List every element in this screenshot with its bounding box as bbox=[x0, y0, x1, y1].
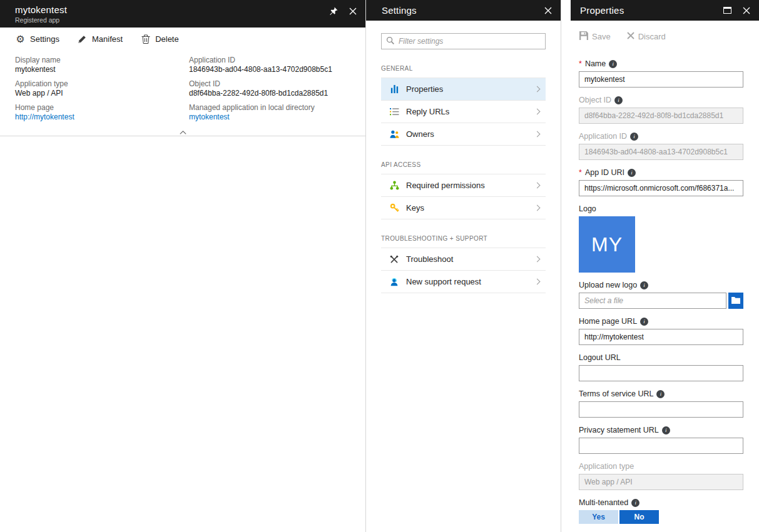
info-icon: i bbox=[631, 499, 639, 507]
app-id-uri-field-label: * App ID URI i bbox=[579, 168, 743, 178]
application-id-input bbox=[579, 144, 743, 160]
chevron-right-icon bbox=[534, 109, 541, 115]
settings-item-label: New support request bbox=[406, 277, 481, 286]
browse-file-button[interactable] bbox=[728, 293, 743, 309]
home-page-url-field-label: Home page URL i bbox=[579, 317, 743, 326]
app-logo: MY bbox=[579, 216, 635, 273]
app-blade-titles: mytokentest Registered app bbox=[15, 4, 67, 24]
save-icon bbox=[579, 31, 588, 42]
required-asterisk: * bbox=[579, 168, 582, 178]
application-id-field: Application ID i bbox=[579, 132, 743, 160]
privacy-statement-url-label-text: Privacy statement URL bbox=[579, 426, 659, 435]
settings-blade-title: Settings bbox=[382, 5, 417, 16]
upload-logo-input[interactable] bbox=[579, 293, 726, 309]
info-icon: i bbox=[609, 60, 617, 68]
settings-item-owners[interactable]: Owners bbox=[381, 123, 546, 146]
tools-icon bbox=[389, 254, 400, 264]
pin-icon[interactable] bbox=[329, 6, 339, 16]
logo-field: Logo MY bbox=[579, 204, 743, 273]
close-icon[interactable] bbox=[543, 6, 553, 16]
maximize-icon[interactable] bbox=[722, 6, 732, 16]
home-page-url-input[interactable] bbox=[579, 329, 743, 345]
privacy-statement-url-field-label: Privacy statement URL i bbox=[579, 426, 743, 435]
upload-logo-label-text: Upload new logo bbox=[579, 281, 637, 290]
gear-glyph: ⚙ bbox=[16, 34, 24, 44]
home-page-link[interactable]: http://mytokentest bbox=[15, 113, 189, 122]
managed-application-field: Managed application in local directory m… bbox=[189, 103, 350, 122]
application-id-value: 1846943b-ad04-4808-aa13-4702d908b5c1 bbox=[189, 65, 350, 74]
filter-settings-input[interactable] bbox=[399, 37, 541, 46]
settings-item-label: Reply URLs bbox=[406, 107, 449, 116]
pencil-icon bbox=[77, 34, 88, 44]
settings-header-actions bbox=[543, 6, 553, 16]
app-id-uri-input[interactable] bbox=[579, 180, 743, 196]
search-icon bbox=[386, 36, 394, 47]
close-icon[interactable] bbox=[348, 6, 358, 16]
display-name-field: Display name mytokentest bbox=[15, 56, 189, 74]
info-icon: i bbox=[640, 318, 648, 326]
info-icon: i bbox=[614, 96, 623, 104]
managed-application-link[interactable]: mytokentest bbox=[189, 113, 350, 122]
discard-button[interactable]: Discard bbox=[627, 32, 666, 41]
essentials-right-column: Application ID 1846943b-ad04-4808-aa13-4… bbox=[189, 56, 350, 127]
discard-button-label: Discard bbox=[638, 32, 666, 41]
object-id-value: d8f64bba-2282-492d-80f8-bd1cda2885d1 bbox=[189, 89, 350, 98]
application-type-label-text: Application type bbox=[579, 462, 634, 471]
app-id-uri-field: * App ID URI i bbox=[579, 168, 743, 196]
key-icon bbox=[389, 203, 400, 213]
settings-item-reply-urls[interactable]: Reply URLs bbox=[381, 101, 546, 123]
application-type-field-props: Application type bbox=[579, 462, 743, 490]
azure-portal-canvas: mytokentest Registered app ⚙ Settings bbox=[0, 0, 759, 532]
logout-url-label-text: Logout URL bbox=[579, 353, 621, 363]
save-button[interactable]: Save bbox=[579, 31, 611, 42]
logout-url-input[interactable] bbox=[579, 365, 743, 381]
essentials-collapse[interactable] bbox=[0, 127, 365, 136]
settings-item-new-support-request[interactable]: New support request bbox=[381, 271, 546, 293]
application-id-field-label: Application ID i bbox=[579, 132, 743, 141]
settings-button[interactable]: ⚙ Settings bbox=[15, 34, 59, 44]
application-type-value: Web app / API bbox=[15, 89, 189, 98]
multi-tenanted-no-button[interactable]: No bbox=[619, 510, 659, 524]
settings-item-troubleshoot[interactable]: Troubleshoot bbox=[381, 248, 546, 271]
chevron-right-icon bbox=[534, 183, 541, 189]
object-id-field-label: Object ID i bbox=[579, 96, 743, 105]
logout-url-field: Logout URL bbox=[579, 353, 743, 381]
home-page-field: Home page http://mytokentest bbox=[15, 103, 189, 122]
blade-gap bbox=[561, 0, 571, 532]
privacy-statement-url-input[interactable] bbox=[579, 438, 743, 454]
app-id-uri-label-text: App ID URI bbox=[585, 168, 624, 178]
properties-blade: Properties Save Discar bbox=[571, 0, 759, 532]
privacy-statement-url-field: Privacy statement URL i bbox=[579, 426, 743, 454]
delete-button[interactable]: Delete bbox=[140, 34, 179, 44]
properties-command-bar: Save Discard bbox=[579, 26, 759, 47]
upload-logo-row bbox=[579, 293, 743, 309]
terms-of-service-url-input[interactable] bbox=[579, 401, 743, 418]
close-icon[interactable] bbox=[741, 6, 751, 16]
chevron-right-icon bbox=[534, 131, 541, 138]
name-field: * Name i bbox=[579, 59, 743, 88]
app-blade: mytokentest Registered app ⚙ Settings bbox=[0, 0, 366, 532]
settings-button-label: Settings bbox=[30, 34, 59, 44]
name-input[interactable] bbox=[579, 71, 743, 88]
chevron-up-icon bbox=[180, 126, 186, 137]
required-asterisk: * bbox=[579, 59, 582, 69]
multi-tenanted-field: Multi-tenanted i Yes No bbox=[579, 498, 743, 524]
multi-tenanted-yes-button[interactable]: Yes bbox=[579, 510, 618, 524]
folder-icon bbox=[731, 296, 740, 306]
settings-group-general: Properties Reply URLs Owners bbox=[381, 78, 546, 146]
group-heading-troubleshooting: TROUBLESHOOTING + SUPPORT bbox=[381, 235, 546, 242]
settings-item-required-permissions[interactable]: Required permissions bbox=[381, 174, 546, 197]
managed-application-label: Managed application in local directory bbox=[189, 103, 350, 113]
logout-url-field-label: Logout URL bbox=[579, 353, 743, 363]
display-name-label: Display name bbox=[15, 56, 189, 65]
settings-group-api-access: Required permissions Keys bbox=[381, 174, 546, 219]
settings-blade: Settings GENERAL Propertie bbox=[366, 0, 561, 532]
multi-tenanted-label-text: Multi-tenanted bbox=[579, 498, 628, 508]
settings-item-properties[interactable]: Properties bbox=[381, 78, 546, 101]
logo-label-text: Logo bbox=[579, 204, 596, 214]
manifest-button[interactable]: Manifest bbox=[77, 34, 123, 44]
settings-item-label: Required permissions bbox=[406, 181, 485, 190]
settings-item-keys[interactable]: Keys bbox=[381, 197, 546, 219]
application-id-label-text: Application ID bbox=[579, 132, 627, 141]
name-field-label: * Name i bbox=[579, 59, 743, 69]
